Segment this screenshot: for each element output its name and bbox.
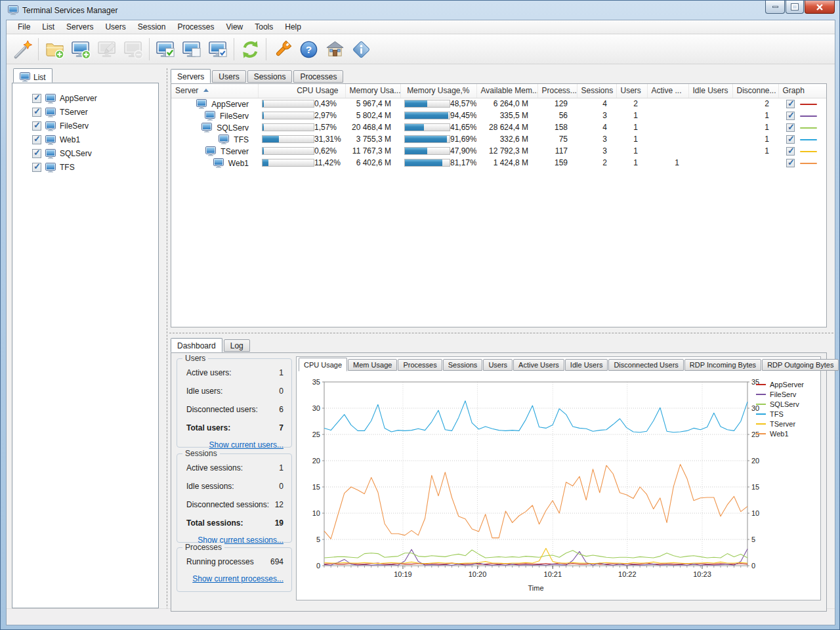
tab-sessions[interactable]: Sessions xyxy=(247,70,293,83)
server-list-item-sqlserv[interactable]: SQLServ xyxy=(12,146,158,160)
home-button[interactable] xyxy=(322,36,348,62)
graph-checkbox[interactable] xyxy=(786,112,795,120)
table-row-fileserv[interactable]: FileServ 2,97% 5 802,4 M 94,45% 335,5 M … xyxy=(171,110,826,121)
title-bar[interactable]: Terminal Services Manager xyxy=(1,1,840,20)
minimize-button[interactable] xyxy=(765,1,785,14)
connect-check-button[interactable] xyxy=(152,36,178,62)
memory-bar xyxy=(404,123,450,131)
options-button[interactable] xyxy=(269,36,295,62)
show-current-users-link[interactable]: Show current users... xyxy=(209,440,284,450)
server-checkbox[interactable] xyxy=(32,121,41,131)
menu-tools[interactable]: Tools xyxy=(249,21,279,33)
col-disconnected[interactable]: Disconne... xyxy=(732,84,778,98)
active-users-row: Active users:1 xyxy=(177,368,291,377)
add-server-button[interactable] xyxy=(68,36,94,62)
col-users[interactable]: Users xyxy=(616,84,647,98)
col-available-memory[interactable]: Available Mem... xyxy=(476,84,537,98)
server-list-item-appserver[interactable]: AppServer xyxy=(12,91,158,105)
table-row-sqlserv[interactable]: SQLServ 1,57% 20 468,4 M 41,65% 28 624,4… xyxy=(171,121,826,133)
chart-tab-rdp-outgoing[interactable]: RDP Outgoing Bytes xyxy=(762,359,839,371)
graph-line-swatch xyxy=(800,151,817,152)
menu-help[interactable]: Help xyxy=(279,21,307,33)
legend-item-appserver: AppServer xyxy=(756,379,819,389)
server-icon xyxy=(205,146,216,156)
menu-session[interactable]: Session xyxy=(132,21,172,33)
about-button[interactable] xyxy=(348,36,374,62)
menu-file[interactable]: File xyxy=(12,21,36,33)
tab-servers[interactable]: Servers xyxy=(171,69,211,83)
maximize-button[interactable] xyxy=(786,1,804,14)
server-checkbox[interactable] xyxy=(32,108,41,117)
server-checkbox[interactable] xyxy=(32,94,41,103)
legend-item-web1: Web1 xyxy=(756,429,819,438)
chart-tab-active-users[interactable]: Active Users xyxy=(513,359,564,371)
tab-processes[interactable]: Processes xyxy=(293,70,343,83)
tab-dashboard[interactable]: Dashboard xyxy=(171,338,222,352)
table-row-tfs[interactable]: TFS 31,31% 3 755,3 M 91,69% 332,6 M 75 3… xyxy=(171,133,826,145)
chart-tab-processes[interactable]: Processes xyxy=(398,359,442,371)
refresh-button[interactable] xyxy=(237,36,263,62)
chart-tab-disconnected-users[interactable]: Disconnected Users xyxy=(608,359,683,371)
chart-tab-rdp-incoming[interactable]: RDP Incoming Bytes xyxy=(684,359,761,371)
add-group-button[interactable] xyxy=(41,36,68,62)
menu-users[interactable]: Users xyxy=(99,21,131,33)
col-idle-users[interactable]: Idle Users xyxy=(688,84,732,98)
chart-tab-cpu-usage[interactable]: CPU Usage xyxy=(299,358,347,371)
show-current-processes-link[interactable]: Show current processes... xyxy=(192,574,284,583)
server-checkbox[interactable] xyxy=(32,163,41,172)
table-row-web1[interactable]: Web1 11,42% 6 402,6 M 81,17% 1 424,8 M 1… xyxy=(171,157,826,169)
vertical-splitter[interactable] xyxy=(163,68,167,613)
col-active-users[interactable]: Active ... xyxy=(647,84,688,98)
server-checkbox[interactable] xyxy=(32,149,41,158)
col-graph[interactable]: Graph xyxy=(778,84,826,98)
help-button[interactable]: ? xyxy=(295,36,322,62)
graph-checkbox[interactable] xyxy=(786,123,795,132)
server-checkbox[interactable] xyxy=(32,135,41,144)
edit-server-icon xyxy=(97,39,117,60)
sessions-group: Sessions Active sessions:1 Idle sessions… xyxy=(177,453,292,543)
server-list-item-tserver[interactable]: TServer xyxy=(12,105,158,119)
idle-users-row: Idle users:0 xyxy=(177,387,291,396)
graph-line-swatch xyxy=(800,127,817,129)
col-processes[interactable]: Process... xyxy=(537,84,577,98)
server-list-item-web1[interactable]: Web1 xyxy=(12,133,158,146)
svg-text:15: 15 xyxy=(751,483,759,491)
table-row-appserver[interactable]: AppServer 0,43% 5 967,4 M 48,57% 6 264,0… xyxy=(171,98,826,110)
menu-list[interactable]: List xyxy=(36,21,60,33)
graph-checkbox[interactable] xyxy=(786,100,795,108)
connect-new-session-button[interactable] xyxy=(178,36,205,62)
server-list-item-fileserv[interactable]: FileServ xyxy=(12,119,158,133)
wizard-wand-icon xyxy=(12,39,33,60)
tab-users[interactable]: Users xyxy=(212,70,245,83)
graph-checkbox[interactable] xyxy=(786,135,795,144)
server-label: TServer xyxy=(60,108,88,117)
close-button[interactable] xyxy=(805,1,835,14)
processes-group-title: Processes xyxy=(182,543,224,552)
chart-tab-users[interactable]: Users xyxy=(483,359,513,371)
connect-select-button[interactable] xyxy=(205,36,231,62)
legend-item-fileserv: FileServ xyxy=(756,389,819,399)
tab-list[interactable]: List xyxy=(13,68,52,83)
chart-tab-mem-usage[interactable]: Mem Usage xyxy=(348,359,397,371)
chart-tab-idle-users[interactable]: Idle Users xyxy=(565,359,608,371)
menu-processes[interactable]: Processes xyxy=(171,21,220,33)
tab-log[interactable]: Log xyxy=(224,339,250,352)
graph-checkbox[interactable] xyxy=(786,147,795,156)
chart-tab-sessions[interactable]: Sessions xyxy=(443,359,483,371)
col-sessions[interactable]: Sessions xyxy=(577,84,616,98)
horizontal-splitter[interactable] xyxy=(169,333,833,336)
col-cpu-usage[interactable]: CPU Usage xyxy=(258,84,345,98)
col-server[interactable]: Server xyxy=(171,84,258,98)
chart-legend: AppServer FileServ SQLServ TFS TServer W… xyxy=(756,379,819,438)
table-row-tserver[interactable]: TServer 0,62% 11 767,3 M 47,90% 12 792,3… xyxy=(171,145,826,157)
menu-bar: File List Servers Users Session Processe… xyxy=(7,20,835,34)
menu-servers[interactable]: Servers xyxy=(60,21,99,33)
graph-checkbox[interactable] xyxy=(786,159,795,167)
cpu-bar xyxy=(262,147,314,155)
server-list-item-tfs[interactable]: TFS xyxy=(12,160,158,174)
wizard-button[interactable] xyxy=(9,36,35,62)
server-label: FileServ xyxy=(60,121,89,131)
col-memory-usage[interactable]: Memory Usa... xyxy=(345,84,400,98)
menu-view[interactable]: View xyxy=(220,21,249,33)
col-memory-usage-pct[interactable]: Memory Usage,% xyxy=(400,84,476,98)
